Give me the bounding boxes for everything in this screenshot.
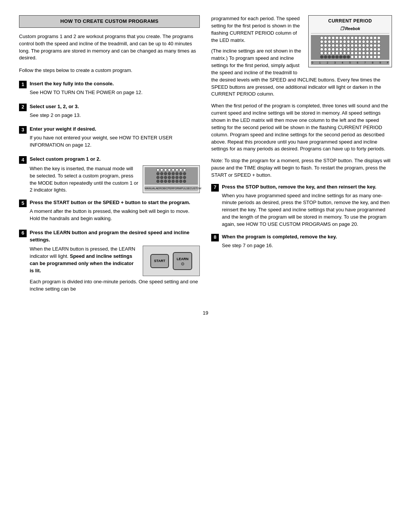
dot: [160, 180, 163, 183]
step-1-desc: See HOW TO TURN ON THE POWER on page 12.: [30, 89, 200, 96]
led: [377, 36, 381, 40]
step-4-number: 4: [19, 156, 27, 164]
led: [354, 40, 358, 43]
display-labels: MANUAL AEROBIC PERFORM PULSE CUSTOM: [145, 186, 198, 191]
label-2: 2: [327, 61, 328, 65]
learn-button: LEARN: [173, 252, 192, 270]
led-row-1: [312, 36, 388, 40]
step-6-number: 6: [19, 230, 27, 237]
led: [373, 40, 377, 43]
led: [347, 55, 350, 59]
matrix-labels: 0 1 2 3 4 5 6 7 8 9 F: [311, 61, 389, 65]
led: [324, 36, 327, 40]
dot: [183, 168, 186, 171]
led: [335, 51, 339, 55]
label-performance: PERFORM: [168, 187, 181, 190]
led: [324, 44, 327, 47]
step-8-title: When the program is completed, remove th…: [222, 233, 392, 241]
led: [362, 40, 365, 43]
step-2-title: Select user 1, 2, or 3.: [30, 103, 200, 110]
dot: [164, 168, 167, 171]
led: [331, 36, 335, 40]
step-2-desc: See step 2 on page 13.: [30, 112, 200, 119]
led: [335, 44, 339, 47]
dot: [160, 176, 163, 179]
step-4-content: Select custom program 1 or 2. When the k…: [30, 156, 200, 194]
led: [358, 55, 362, 59]
led: [377, 51, 381, 55]
led: [335, 48, 339, 51]
label-4: 4: [342, 61, 343, 65]
led: [343, 44, 346, 47]
label-3: 3: [334, 61, 336, 65]
dot: [156, 168, 159, 171]
led: [339, 51, 342, 55]
led: [339, 44, 342, 47]
led: [343, 48, 346, 51]
dot: [156, 176, 159, 179]
step-7: 7 Press the STOP button, remove the key,…: [211, 184, 392, 228]
current-period-title: CURRENT PERIOD: [311, 18, 389, 24]
step-8-desc: See step 7 on page 16.: [222, 242, 392, 249]
dot: [175, 172, 178, 175]
led-matrix: [311, 35, 389, 60]
led: [328, 48, 331, 51]
dot: [172, 172, 175, 175]
right-intro-text: programmed for each period. The speed se…: [211, 15, 303, 44]
dot: [175, 180, 178, 183]
dot: [172, 176, 175, 179]
step-6: 6 Press the LEARN button and program the…: [19, 229, 200, 293]
led: [354, 48, 358, 51]
note-para: Note: To stop the program for a moment, …: [211, 157, 392, 179]
led: [347, 44, 350, 47]
led: [343, 51, 346, 55]
led: [358, 36, 362, 40]
led: [335, 55, 339, 59]
label-9: 9: [379, 61, 381, 65]
step-7-content: Press the STOP button, remove the key, a…: [222, 184, 392, 228]
start-button: START: [150, 254, 169, 268]
led: [370, 40, 373, 43]
page-number: 19: [19, 310, 392, 317]
label-6: 6: [357, 61, 358, 65]
led: [354, 36, 358, 40]
label-0: 0: [312, 61, 313, 65]
learn-indicator: [181, 262, 184, 265]
led: [328, 44, 331, 47]
dot: [172, 168, 175, 171]
led: [328, 36, 331, 40]
step-8-content: When the program is completed, remove th…: [222, 233, 392, 249]
right-column: CURRENT PERIOD ❒ Reebok: [211, 15, 392, 298]
dot: [183, 172, 186, 175]
learn-button-label: LEARN: [177, 257, 188, 262]
led: [377, 48, 381, 51]
led: [370, 51, 373, 55]
led: [373, 55, 377, 59]
follow-text: Follow the steps below to create a custo…: [19, 67, 200, 74]
led: [377, 44, 381, 47]
dot: [172, 180, 175, 183]
label-manual: MANUAL: [145, 187, 156, 190]
step-8-number: 8: [211, 234, 219, 241]
label-custom: CUSTOM: [190, 187, 201, 190]
led: [335, 36, 339, 40]
led: [373, 48, 377, 51]
dot: [164, 176, 167, 179]
led: [362, 44, 365, 47]
led: [343, 36, 346, 40]
led-row-6: [312, 55, 388, 59]
step-4-text: When the key is inserted, the manual mod…: [30, 165, 139, 194]
dot: [183, 176, 186, 179]
led: [366, 55, 369, 59]
step-3-number: 3: [19, 126, 27, 134]
label-pulse: PULSE: [181, 187, 190, 190]
step-2: 2 Select user 1, 2, or 3. See step 2 on …: [19, 103, 200, 121]
label-7: 7: [364, 61, 366, 65]
led: [339, 55, 342, 59]
led: [370, 55, 373, 59]
led: [320, 44, 323, 47]
start-button-label: START: [154, 259, 165, 264]
step-4: 4 Select custom program 1 or 2. When the…: [19, 156, 200, 194]
led: [324, 48, 327, 51]
step-3: 3 Enter your weight if desired. If you h…: [19, 126, 200, 150]
